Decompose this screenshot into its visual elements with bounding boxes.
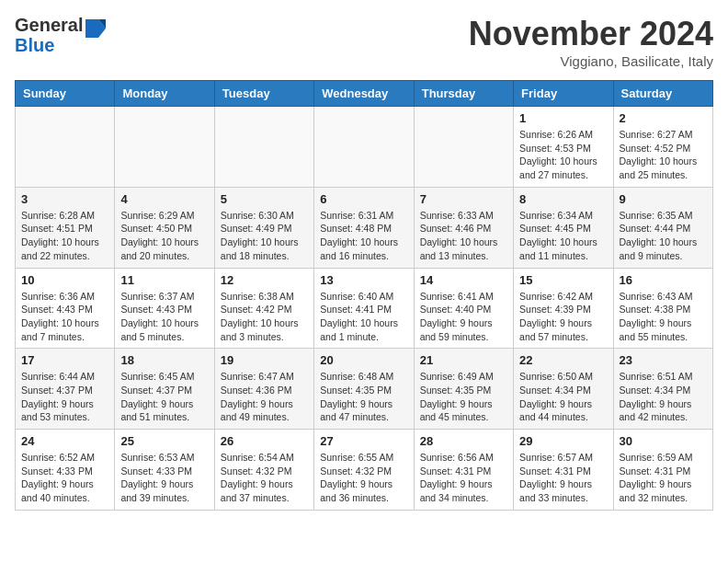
calendar-cell: 14Sunrise: 6:41 AM Sunset: 4:40 PM Dayli…: [414, 268, 513, 349]
day-number: 9: [620, 192, 707, 206]
day-number: 29: [519, 434, 607, 448]
day-number: 18: [120, 353, 208, 367]
calendar-cell: 9Sunrise: 6:35 AM Sunset: 4:44 PM Daylig…: [613, 187, 712, 268]
calendar-cell: 23Sunrise: 6:51 AM Sunset: 4:34 PM Dayli…: [613, 349, 712, 430]
day-detail: Sunrise: 6:31 AM Sunset: 4:48 PM Dayligh…: [320, 209, 407, 263]
day-detail: Sunrise: 6:36 AM Sunset: 4:43 PM Dayligh…: [21, 290, 108, 344]
calendar-cell: 4Sunrise: 6:29 AM Sunset: 4:50 PM Daylig…: [115, 187, 214, 268]
calendar-cell: [16, 107, 115, 188]
calendar-cell: 5Sunrise: 6:30 AM Sunset: 4:49 PM Daylig…: [214, 187, 313, 268]
day-detail: Sunrise: 6:56 AM Sunset: 4:31 PM Dayligh…: [420, 451, 507, 505]
weekday-header: Friday: [514, 81, 613, 107]
day-number: 2: [620, 111, 707, 125]
weekday-header: Sunday: [16, 81, 115, 107]
logo-general: General: [15, 15, 83, 35]
day-detail: Sunrise: 6:52 AM Sunset: 4:33 PM Dayligh…: [21, 451, 108, 505]
calendar-cell: 25Sunrise: 6:53 AM Sunset: 4:33 PM Dayli…: [115, 430, 214, 511]
day-number: 5: [221, 192, 308, 206]
day-number: 27: [320, 434, 407, 448]
day-detail: Sunrise: 6:35 AM Sunset: 4:44 PM Dayligh…: [620, 209, 707, 263]
day-number: 3: [21, 192, 108, 206]
calendar-cell: 3Sunrise: 6:28 AM Sunset: 4:51 PM Daylig…: [16, 187, 115, 268]
calendar-cell: 21Sunrise: 6:49 AM Sunset: 4:35 PM Dayli…: [414, 349, 513, 430]
day-detail: Sunrise: 6:42 AM Sunset: 4:39 PM Dayligh…: [519, 290, 607, 344]
day-detail: Sunrise: 6:43 AM Sunset: 4:38 PM Dayligh…: [620, 290, 707, 344]
calendar-cell: 12Sunrise: 6:38 AM Sunset: 4:42 PM Dayli…: [214, 268, 313, 349]
logo: General Blue: [15, 15, 106, 55]
day-number: 23: [620, 353, 707, 367]
day-number: 11: [120, 273, 208, 287]
day-number: 25: [120, 434, 208, 448]
calendar-cell: 28Sunrise: 6:56 AM Sunset: 4:31 PM Dayli…: [414, 430, 513, 511]
day-number: 24: [21, 434, 108, 448]
day-detail: Sunrise: 6:29 AM Sunset: 4:50 PM Dayligh…: [120, 209, 208, 263]
day-detail: Sunrise: 6:37 AM Sunset: 4:43 PM Dayligh…: [120, 290, 208, 344]
page-header: General Blue November 2024 Viggiano, Bas…: [15, 15, 713, 69]
day-number: 6: [320, 192, 407, 206]
calendar-week-row: 17Sunrise: 6:44 AM Sunset: 4:37 PM Dayli…: [16, 349, 713, 430]
calendar-cell: 20Sunrise: 6:48 AM Sunset: 4:35 PM Dayli…: [314, 349, 414, 430]
day-detail: Sunrise: 6:54 AM Sunset: 4:32 PM Dayligh…: [221, 451, 308, 505]
calendar-cell: 30Sunrise: 6:59 AM Sunset: 4:31 PM Dayli…: [613, 430, 712, 511]
calendar-cell: 6Sunrise: 6:31 AM Sunset: 4:48 PM Daylig…: [314, 187, 414, 268]
calendar-cell: [414, 107, 513, 188]
calendar-cell: 7Sunrise: 6:33 AM Sunset: 4:46 PM Daylig…: [414, 187, 513, 268]
day-number: 16: [620, 273, 707, 287]
day-number: 22: [519, 353, 607, 367]
weekday-header: Thursday: [414, 81, 513, 107]
calendar-cell: 13Sunrise: 6:40 AM Sunset: 4:41 PM Dayli…: [314, 268, 414, 349]
calendar-cell: 16Sunrise: 6:43 AM Sunset: 4:38 PM Dayli…: [613, 268, 712, 349]
calendar-cell: 11Sunrise: 6:37 AM Sunset: 4:43 PM Dayli…: [115, 268, 214, 349]
weekday-header: Saturday: [613, 81, 712, 107]
day-number: 17: [21, 353, 108, 367]
day-detail: Sunrise: 6:40 AM Sunset: 4:41 PM Dayligh…: [320, 290, 407, 344]
day-number: 21: [420, 353, 507, 367]
calendar-cell: 27Sunrise: 6:55 AM Sunset: 4:32 PM Dayli…: [314, 430, 414, 511]
calendar-week-row: 3Sunrise: 6:28 AM Sunset: 4:51 PM Daylig…: [16, 187, 713, 268]
calendar-cell: 8Sunrise: 6:34 AM Sunset: 4:45 PM Daylig…: [514, 187, 613, 268]
calendar-cell: [314, 107, 414, 188]
calendar-week-row: 24Sunrise: 6:52 AM Sunset: 4:33 PM Dayli…: [16, 430, 713, 511]
day-detail: Sunrise: 6:44 AM Sunset: 4:37 PM Dayligh…: [21, 370, 108, 424]
calendar-cell: 15Sunrise: 6:42 AM Sunset: 4:39 PM Dayli…: [514, 268, 613, 349]
day-detail: Sunrise: 6:33 AM Sunset: 4:46 PM Dayligh…: [420, 209, 507, 263]
day-number: 15: [519, 273, 607, 287]
calendar-header-row: SundayMondayTuesdayWednesdayThursdayFrid…: [16, 81, 713, 107]
day-detail: Sunrise: 6:50 AM Sunset: 4:34 PM Dayligh…: [519, 370, 607, 424]
calendar-week-row: 1Sunrise: 6:26 AM Sunset: 4:53 PM Daylig…: [16, 107, 713, 188]
day-number: 28: [420, 434, 507, 448]
calendar-week-row: 10Sunrise: 6:36 AM Sunset: 4:43 PM Dayli…: [16, 268, 713, 349]
calendar-cell: 24Sunrise: 6:52 AM Sunset: 4:33 PM Dayli…: [16, 430, 115, 511]
calendar-cell: 17Sunrise: 6:44 AM Sunset: 4:37 PM Dayli…: [16, 349, 115, 430]
logo-blue: Blue: [15, 35, 54, 55]
calendar-cell: 29Sunrise: 6:57 AM Sunset: 4:31 PM Dayli…: [514, 430, 613, 511]
day-number: 14: [420, 273, 507, 287]
location: Viggiano, Basilicate, Italy: [469, 53, 713, 69]
day-number: 4: [120, 192, 208, 206]
day-detail: Sunrise: 6:59 AM Sunset: 4:31 PM Dayligh…: [620, 451, 707, 505]
day-number: 1: [519, 111, 607, 125]
calendar-cell: 26Sunrise: 6:54 AM Sunset: 4:32 PM Dayli…: [214, 430, 313, 511]
day-number: 30: [620, 434, 707, 448]
calendar-cell: [214, 107, 313, 188]
calendar-cell: 1Sunrise: 6:26 AM Sunset: 4:53 PM Daylig…: [514, 107, 613, 188]
calendar-cell: 22Sunrise: 6:50 AM Sunset: 4:34 PM Dayli…: [514, 349, 613, 430]
day-detail: Sunrise: 6:57 AM Sunset: 4:31 PM Dayligh…: [519, 451, 607, 505]
day-number: 19: [221, 353, 308, 367]
day-number: 12: [221, 273, 308, 287]
title-area: November 2024 Viggiano, Basilicate, Ital…: [469, 15, 713, 69]
day-number: 8: [519, 192, 607, 206]
weekday-header: Wednesday: [314, 81, 414, 107]
calendar-cell: 2Sunrise: 6:27 AM Sunset: 4:52 PM Daylig…: [613, 107, 712, 188]
day-detail: Sunrise: 6:26 AM Sunset: 4:53 PM Dayligh…: [519, 128, 607, 182]
day-detail: Sunrise: 6:47 AM Sunset: 4:36 PM Dayligh…: [221, 370, 308, 424]
weekday-header: Monday: [115, 81, 214, 107]
weekday-header: Tuesday: [214, 81, 313, 107]
day-detail: Sunrise: 6:51 AM Sunset: 4:34 PM Dayligh…: [620, 370, 707, 424]
day-detail: Sunrise: 6:30 AM Sunset: 4:49 PM Dayligh…: [221, 209, 308, 263]
day-detail: Sunrise: 6:34 AM Sunset: 4:45 PM Dayligh…: [519, 209, 607, 263]
logo-icon: [85, 19, 106, 51]
calendar-cell: 18Sunrise: 6:45 AM Sunset: 4:37 PM Dayli…: [115, 349, 214, 430]
day-number: 26: [221, 434, 308, 448]
day-number: 10: [21, 273, 108, 287]
